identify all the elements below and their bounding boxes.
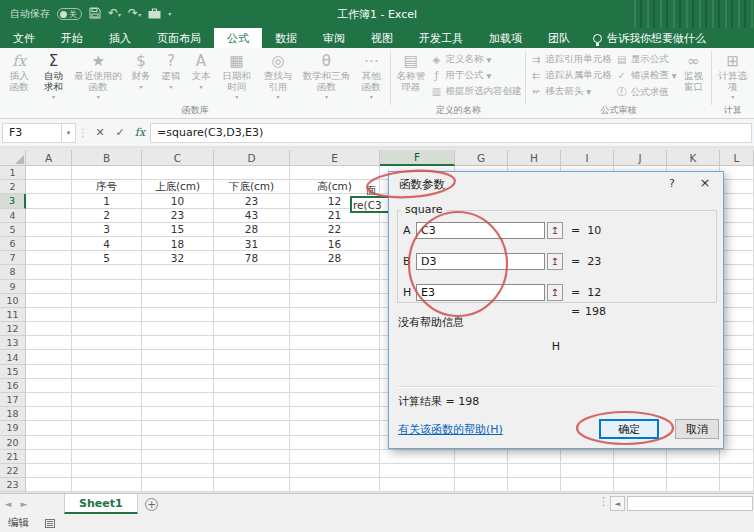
cell-E10[interactable]: [290, 294, 380, 308]
cell-B20[interactable]: [72, 436, 142, 450]
row-header-12[interactable]: 12: [0, 322, 26, 336]
sheet-nav-left-icon[interactable]: ◄: [0, 494, 16, 514]
cell-A5[interactable]: [26, 223, 72, 237]
row-header-3[interactable]: 3: [0, 194, 26, 208]
row-header-4[interactable]: 4: [0, 209, 26, 223]
cell-D22[interactable]: [214, 464, 290, 478]
column-header-H[interactable]: H: [508, 150, 561, 166]
save-icon[interactable]: [89, 7, 101, 21]
cell-E12[interactable]: [290, 322, 380, 336]
cell-B15[interactable]: [72, 365, 142, 379]
cell-L6[interactable]: [720, 237, 754, 251]
row-header-6[interactable]: 6: [0, 237, 26, 251]
cell-E9[interactable]: [290, 280, 380, 294]
cell-F21[interactable]: [380, 450, 455, 464]
cell-C18[interactable]: [142, 407, 214, 421]
column-header-J[interactable]: J: [614, 150, 667, 166]
cell-B6[interactable]: 4: [72, 237, 142, 251]
tab-开发工具[interactable]: 开发工具: [406, 28, 476, 48]
cell-A8[interactable]: [26, 265, 72, 279]
tab-数据[interactable]: 数据: [262, 28, 310, 48]
cell-D11[interactable]: [214, 308, 290, 322]
cell-D19[interactable]: [214, 421, 290, 435]
cell-C12[interactable]: [142, 322, 214, 336]
cell-D14[interactable]: [214, 350, 290, 364]
cell-A21[interactable]: [26, 450, 72, 464]
cell-K22[interactable]: [667, 464, 720, 478]
row-header-2[interactable]: 2: [0, 180, 26, 194]
column-header-F[interactable]: F: [380, 150, 455, 166]
cell-C7[interactable]: 32: [142, 251, 214, 265]
row-header-22[interactable]: 22: [0, 464, 26, 478]
cell-L9[interactable]: [720, 280, 754, 294]
row-header-7[interactable]: 7: [0, 251, 26, 265]
ok-button[interactable]: 确定: [599, 419, 659, 439]
tab-开始[interactable]: 开始: [48, 28, 96, 48]
cell-L11[interactable]: [720, 308, 754, 322]
row-header-19[interactable]: 19: [0, 421, 26, 435]
cell-J23[interactable]: [614, 478, 667, 492]
arg-value-input[interactable]: E3: [416, 284, 545, 301]
cell-E14[interactable]: [290, 350, 380, 364]
cell-D21[interactable]: [214, 450, 290, 464]
select-all-corner[interactable]: [0, 150, 26, 166]
datetime-button[interactable]: ▦日期和时间▾: [216, 50, 257, 106]
collapse-dialog-icon[interactable]: ↥: [547, 222, 563, 239]
column-header-G[interactable]: G: [455, 150, 508, 166]
row-header-14[interactable]: 14: [0, 350, 26, 364]
cell-A16[interactable]: [26, 379, 72, 393]
function-help-link[interactable]: 有关该函数的帮助(H): [398, 422, 503, 437]
cell-A2[interactable]: [26, 180, 72, 194]
cell-D3[interactable]: 23: [214, 194, 290, 208]
add-sheet-button[interactable]: +: [138, 494, 166, 514]
cell-D7[interactable]: 78: [214, 251, 290, 265]
row-header-13[interactable]: 13: [0, 336, 26, 350]
cell-J22[interactable]: [614, 464, 667, 478]
tell-me-box[interactable]: 告诉我你想要做什么: [583, 28, 716, 48]
cell-L13[interactable]: [720, 336, 754, 350]
cell-L19[interactable]: [720, 421, 754, 435]
cell-B11[interactable]: [72, 308, 142, 322]
text-button[interactable]: A文本▾: [186, 50, 216, 106]
sheet-tab-Sheet1[interactable]: Sheet1: [64, 494, 138, 514]
cell-A10[interactable]: [26, 294, 72, 308]
more-functions-button[interactable]: ⋯其他函数▾: [354, 50, 388, 106]
cell-B22[interactable]: [72, 464, 142, 478]
cell-K21[interactable]: [667, 450, 720, 464]
cell-A17[interactable]: [26, 393, 72, 407]
cell-L16[interactable]: [720, 379, 754, 393]
tab-加载项[interactable]: 加载项: [476, 28, 535, 48]
cell-A22[interactable]: [26, 464, 72, 478]
cell-E6[interactable]: 16: [290, 237, 380, 251]
cell-E11[interactable]: [290, 308, 380, 322]
cell-C17[interactable]: [142, 393, 214, 407]
cell-L18[interactable]: [720, 407, 754, 421]
cell-D17[interactable]: [214, 393, 290, 407]
dialog-help-icon[interactable]: ?: [665, 177, 679, 190]
macro-record-icon[interactable]: [45, 519, 55, 528]
cell-C21[interactable]: [142, 450, 214, 464]
row-header-5[interactable]: 5: [0, 223, 26, 237]
cell-D16[interactable]: [214, 379, 290, 393]
cell-E15[interactable]: [290, 365, 380, 379]
cell-E16[interactable]: [290, 379, 380, 393]
cell-L3[interactable]: [720, 194, 754, 208]
cell-C3[interactable]: 10: [142, 194, 214, 208]
create-from-selection-button[interactable]: ▥根据所选内容创建: [430, 85, 521, 98]
cell-D12[interactable]: [214, 322, 290, 336]
cell-A11[interactable]: [26, 308, 72, 322]
cell-C13[interactable]: [142, 336, 214, 350]
cell-A13[interactable]: [26, 336, 72, 350]
cell-I21[interactable]: [561, 450, 614, 464]
show-formulas-button[interactable]: ▤显示公式: [616, 53, 677, 66]
row-header-1[interactable]: 1: [0, 166, 26, 180]
row-header-15[interactable]: 15: [0, 365, 26, 379]
column-header-I[interactable]: I: [561, 150, 614, 166]
lookup-button[interactable]: ◎查找与引用▾: [257, 50, 298, 106]
name-manager-button[interactable]: ▤名称管理器: [393, 50, 428, 106]
cell-f3-edit-box[interactable]: re(C3: [350, 196, 391, 213]
column-header-K[interactable]: K: [667, 150, 720, 166]
cell-A4[interactable]: [26, 209, 72, 223]
close-icon[interactable]: ×: [697, 175, 713, 190]
cell-L7[interactable]: [720, 251, 754, 265]
